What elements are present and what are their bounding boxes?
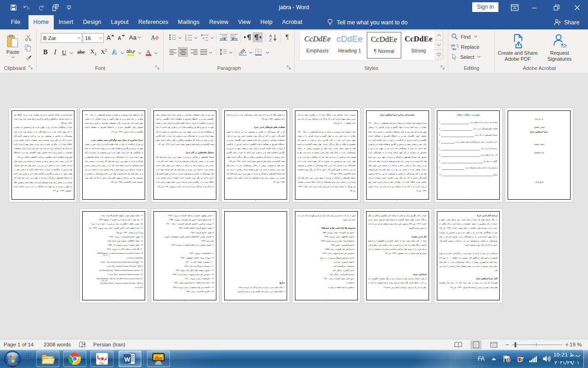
paragraph-dialog-launcher[interactable]: [287, 65, 292, 71]
print-layout-button[interactable]: [470, 340, 481, 349]
minimize-button[interactable]: [526, 0, 542, 15]
document-page[interactable]: ۱- حسن توفیق، «شعر بدر شاکر السیاب»، بیر…: [151, 208, 219, 303]
change-case-button[interactable]: Aa: [128, 33, 142, 42]
show-hide-pilcrow-button[interactable]: ¶: [282, 33, 292, 42]
borders-button[interactable]: [253, 47, 263, 57]
numbering-arrow[interactable]: [193, 34, 198, 41]
tray-power-icon[interactable]: [516, 355, 524, 362]
styles-gallery-more[interactable]: [435, 50, 443, 59]
language-indicator[interactable]: Persian (Iran): [93, 339, 125, 350]
styles-dialog-launcher[interactable]: [441, 65, 446, 71]
bold-button[interactable]: B: [41, 47, 50, 57]
format-painter-button[interactable]: [23, 53, 33, 63]
document-page[interactable]: فهرست مطالب مقالهمقدمه ای درباره جبرا اب…: [434, 108, 503, 202]
tell-me-box[interactable]: Tell me what you want to do: [327, 15, 407, 29]
highlight-arrow[interactable]: [137, 49, 142, 57]
close-button[interactable]: [569, 0, 585, 15]
zoom-slider-thumb[interactable]: [514, 342, 516, 347]
multilevel-list-button[interactable]: ai: [200, 33, 209, 42]
request-signatures-button[interactable]: RequestSignatures: [540, 31, 579, 64]
select-button[interactable]: Select: [451, 52, 492, 61]
replace-button[interactable]: abac Replace: [451, 42, 492, 51]
multilevel-arrow[interactable]: [209, 34, 215, 41]
restore-button[interactable]: [548, 0, 564, 15]
tab-design[interactable]: Design: [78, 15, 106, 29]
styles-scroll-down[interactable]: [435, 40, 443, 50]
font-dialog-launcher[interactable]: [155, 65, 161, 71]
tab-mailings[interactable]: Mailings: [173, 15, 204, 29]
font-color-arrow[interactable]: [153, 49, 158, 57]
tab-acrobat[interactable]: Acrobat: [277, 15, 307, 29]
tab-review[interactable]: Review: [204, 15, 233, 29]
clipboard-dialog-launcher[interactable]: [28, 65, 34, 71]
tray-show-hidden-icon[interactable]: [491, 357, 497, 361]
document-page[interactable]: جبرا در کنار نگارش رمان و شعر به ترجمه آ…: [363, 208, 432, 303]
tab-help[interactable]: Help: [255, 15, 277, 29]
taskbar-chrome-button[interactable]: [63, 351, 86, 367]
increase-indent-button[interactable]: [229, 33, 239, 42]
underline-arrow[interactable]: [68, 49, 74, 57]
style-emphasis[interactable]: CcDdEe Emphasis: [301, 32, 334, 58]
highlight-button[interactable]: ab: [125, 47, 136, 57]
tab-view[interactable]: View: [233, 15, 255, 29]
document-page[interactable]: سال ها پس از انتشار نخستین رمان او، منتق…: [9, 108, 77, 202]
align-center-button[interactable]: [178, 47, 188, 57]
word-count[interactable]: 2308 words: [44, 339, 71, 350]
font-name-combo[interactable]: B Zar: [41, 33, 82, 43]
font-color-button[interactable]: A: [144, 47, 153, 57]
document-canvas[interactable]: سال ها پس از انتشار نخستین رمان او، منتق…: [0, 73, 588, 339]
subscript-button[interactable]: X2: [88, 47, 98, 57]
tray-language[interactable]: FA: [478, 356, 485, 362]
web-layout-button[interactable]: [488, 341, 499, 349]
sign-in-button[interactable]: Sign in: [472, 2, 498, 12]
create-share-pdf-button[interactable]: Create and ShareAdobe PDF: [497, 31, 539, 64]
start-button[interactable]: [3, 350, 22, 368]
tab-home[interactable]: Home: [28, 15, 54, 29]
borders-arrow[interactable]: [265, 49, 270, 56]
numbering-button[interactable]: 123: [184, 33, 193, 42]
align-left-button[interactable]: [168, 47, 177, 57]
justify-arrow[interactable]: [208, 49, 213, 56]
style-strong[interactable]: CcDdEe Strong: [402, 32, 435, 58]
read-mode-button[interactable]: [452, 341, 464, 349]
document-page[interactable]: ترجمه آثار ادبی جبرااز دیگر عرصه های کار…: [434, 208, 503, 303]
font-size-combo[interactable]: 16: [83, 33, 104, 43]
text-effects-button[interactable]: A: [109, 47, 119, 57]
copy-button[interactable]: [23, 43, 33, 52]
show-desktop-button[interactable]: [583, 350, 588, 368]
tab-file[interactable]: File: [3, 15, 28, 29]
bullets-button[interactable]: [168, 33, 177, 42]
zoom-out-button[interactable]: −: [504, 339, 510, 350]
cut-button[interactable]: [23, 33, 33, 42]
tab-insert[interactable]: Insert: [54, 15, 78, 29]
line-spacing-button[interactable]: [218, 47, 228, 57]
paste-button[interactable]: Paste: [4, 32, 22, 61]
document-page[interactable]: وی پس از پایان تحصیلات مقدماتی در قدس بر…: [151, 108, 219, 202]
style-heading1[interactable]: cDdEe Heading 1: [334, 32, 366, 58]
grow-font-button[interactable]: A: [106, 33, 115, 42]
zoom-in-button[interactable]: +: [564, 339, 570, 350]
text-effects-arrow[interactable]: [119, 49, 125, 57]
taskbar-clock[interactable]: 10:21 ب.ظ ۲۰۲۱/۲۹/۰۱: [549, 351, 584, 367]
document-page[interactable]: به نام خداعنوان تحقیق:جبرا ابراهیم جبراا…: [505, 108, 573, 202]
tray-flag-icon[interactable]: [503, 355, 511, 362]
document-page[interactable]: مقدمه ای درباره جبرا ابراهیم جبراجبرا اب…: [363, 108, 432, 202]
shrink-font-button[interactable]: A: [117, 34, 126, 42]
document-page[interactable]: منتقدان ادبیات معاصر عرب جایگاه جبرا را …: [292, 108, 361, 202]
italic-button[interactable]: I: [51, 47, 59, 57]
taskbar-word-button[interactable]: W: [119, 351, 141, 367]
style-normal-selected[interactable]: CcDdEe ¶ Normal: [367, 32, 401, 59]
sort-button[interactable]: AZ: [267, 33, 278, 42]
bullets-arrow[interactable]: [177, 34, 182, 41]
styles-scroll-up[interactable]: [435, 30, 443, 40]
zoom-slider-track[interactable]: [512, 345, 562, 345]
shading-button[interactable]: [237, 47, 248, 57]
tray-network-icon[interactable]: [529, 356, 537, 362]
line-spacing-arrow[interactable]: [228, 49, 233, 56]
underline-button[interactable]: U: [60, 47, 68, 57]
taskbar-media-button[interactable]: [147, 351, 170, 367]
strikethrough-button[interactable]: abc: [75, 47, 87, 57]
document-page[interactable]: منابع:۱- کتاب های عربی درباره ی جبرا و آ…: [221, 208, 290, 303]
clear-formatting-button[interactable]: A: [149, 33, 160, 42]
align-right-button[interactable]: [189, 47, 198, 57]
